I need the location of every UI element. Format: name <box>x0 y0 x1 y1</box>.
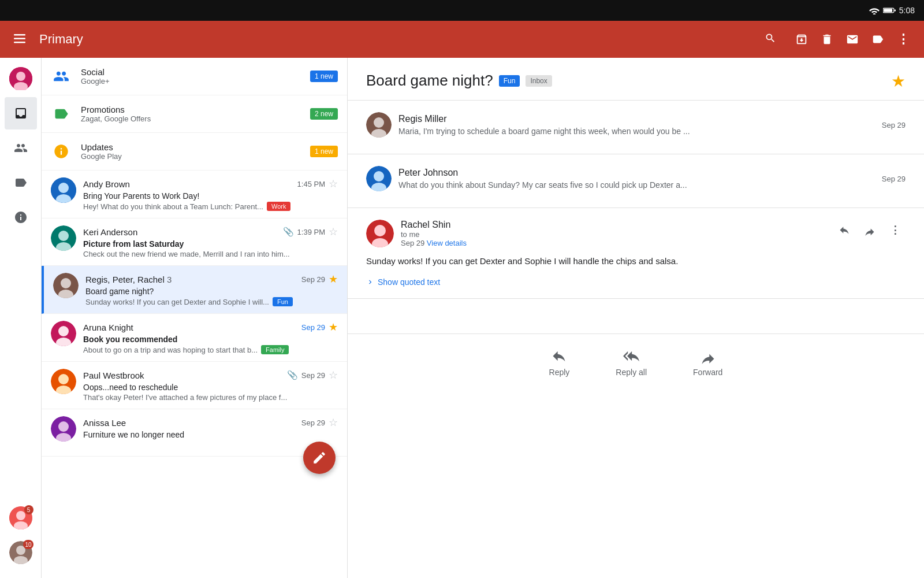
peter-msg-info: Peter Johnson What do you think about Su… <box>398 168 687 190</box>
status-icons: 5:08 <box>869 6 915 15</box>
andy-star[interactable]: ☆ <box>329 177 338 190</box>
aruna-star[interactable]: ★ <box>329 321 338 334</box>
label-button[interactable] <box>866 28 889 51</box>
nav-avatar-badge-5[interactable]: 5 <box>5 502 37 534</box>
email-item-paul[interactable]: Paul Westbrook 📎 Sep 29 ☆ Oops...need to… <box>42 362 347 409</box>
compose-fab[interactable] <box>303 442 336 474</box>
mark-read-button[interactable] <box>841 28 864 51</box>
category-promotions[interactable]: Promotions Zagat, Google Offers 2 new <box>42 95 347 133</box>
regis-msg-date: Sep 29 <box>882 121 906 129</box>
anissa-email-content: Anissa Lee Sep 29 ☆ Furniture we no long… <box>83 416 338 449</box>
thread-message-regis[interactable]: Regis Miller Maria, I'm trying to schedu… <box>348 101 924 154</box>
category-social[interactable]: Social Google+ 1 new <box>42 58 347 95</box>
svg-point-34 <box>374 117 384 128</box>
reply-icon <box>551 348 567 364</box>
updates-info: Updates Google Play <box>81 142 301 161</box>
email-item-aruna[interactable]: Aruna Knight Sep 29 ★ Book you recommend… <box>42 314 347 362</box>
paul-time: Sep 29 <box>301 371 325 380</box>
paul-star[interactable]: ☆ <box>329 369 338 381</box>
email-detail-header: Board game night? Fun Inbox ★ <box>348 58 924 101</box>
email-list-panel: Social Google+ 1 new Promotions Zagat, G… <box>42 58 348 578</box>
email-detail-title: Board game night? Fun Inbox <box>366 72 552 90</box>
aruna-sender: Aruna Knight <box>83 323 133 332</box>
email-item-anissa[interactable]: Anissa Lee Sep 29 ☆ Furniture we no long… <box>42 409 347 457</box>
top-actions: ⋮ <box>790 28 915 51</box>
status-time: 5:08 <box>899 6 915 15</box>
updates-sub: Google Play <box>81 152 301 161</box>
regis-tag: Fun <box>273 297 293 306</box>
thread-message-rachel: Rachel Shin to me Sep 29 View details <box>348 208 924 299</box>
regis-time: Sep 29 <box>301 275 325 284</box>
anissa-avatar <box>51 416 76 442</box>
show-quoted-label: Show quoted text <box>378 277 440 287</box>
keri-sender: Keri Anderson <box>83 227 137 237</box>
social-icon <box>51 66 72 87</box>
detail-tag-inbox: Inbox <box>526 75 552 87</box>
email-item-regis[interactable]: Regis, Peter, Rachel 3 Sep 29 ★ Board ga… <box>42 266 347 314</box>
nav-inbox[interactable] <box>5 97 37 129</box>
keri-avatar <box>51 225 76 251</box>
forward-button[interactable]: Forward <box>693 348 722 377</box>
paul-preview: That's okay Peter! I've attached a few p… <box>83 393 338 402</box>
svg-rect-2 <box>894 9 895 11</box>
social-info: Social Google+ <box>81 67 301 86</box>
regis-msg-avatar <box>366 112 392 138</box>
email-item-andy[interactable]: Andy Brown 1:45 PM ☆ Bring Your Parents … <box>42 171 347 218</box>
peter-msg-avatar <box>366 166 392 191</box>
rachel-reply-icon[interactable] <box>834 220 855 240</box>
detail-subject: Board game night? <box>366 72 493 90</box>
regis-avatar <box>53 273 79 298</box>
reply-bar: Reply Reply all Forward <box>348 334 924 391</box>
nav-info[interactable] <box>5 201 37 234</box>
regis-subject: Board game night? <box>85 287 338 296</box>
search-icon[interactable] <box>760 28 781 51</box>
andy-time: 1:45 PM <box>297 180 325 188</box>
keri-time: 1:39 PM <box>297 228 325 236</box>
svg-point-37 <box>374 171 384 181</box>
peter-msg-preview: What do you think about Sunday? My car s… <box>398 180 687 190</box>
detail-star[interactable]: ★ <box>891 72 906 91</box>
anissa-subject: Furniture we no longer need <box>83 430 338 439</box>
aruna-time: Sep 29 <box>301 323 325 332</box>
peter-msg-date: Sep 29 <box>882 175 906 183</box>
anissa-star[interactable]: ☆ <box>329 416 338 429</box>
rachel-msg-meta: to me Sep 29 View details <box>401 230 467 247</box>
regis-star[interactable]: ★ <box>329 273 338 286</box>
rachel-forward-icon[interactable] <box>859 220 880 240</box>
menu-icon[interactable] <box>9 28 30 51</box>
reply-button[interactable]: Reply <box>549 348 570 377</box>
svg-point-10 <box>16 511 25 520</box>
thread-message-peter[interactable]: Peter Johnson What do you think about Su… <box>348 154 924 208</box>
reply-all-label: Reply all <box>616 368 647 377</box>
top-bar: Primary ⋮ <box>0 21 924 58</box>
reply-all-button[interactable]: Reply all <box>616 348 647 377</box>
andy-preview: Hey! What do you think about a Team Lunc… <box>83 202 338 211</box>
email-detail-panel: Board game night? Fun Inbox ★ Regis Mill… <box>348 58 924 578</box>
promotions-name: Promotions <box>81 105 301 114</box>
rachel-more-icon[interactable]: ⋮ <box>885 220 906 240</box>
user-avatar-nav[interactable] <box>5 62 37 95</box>
andy-sender: Andy Brown <box>83 179 130 189</box>
email-item-keri[interactable]: Keri Anderson 📎 1:39 PM ☆ Picture from l… <box>42 218 347 266</box>
compose-icon <box>312 450 327 465</box>
archive-button[interactable] <box>790 28 813 51</box>
nav-avatar-badge-10[interactable]: 10 <box>5 536 37 569</box>
nav-people[interactable] <box>5 132 37 164</box>
keri-star[interactable]: ☆ <box>329 225 338 238</box>
more-options-button[interactable]: ⋮ <box>892 28 915 51</box>
show-quoted-text-link[interactable]: Show quoted text <box>366 277 906 287</box>
anissa-preview <box>83 440 338 449</box>
battery-icon <box>883 6 896 14</box>
rachel-msg-actions: ⋮ <box>834 220 906 240</box>
aruna-tag: Family <box>261 345 289 354</box>
delete-button[interactable] <box>815 28 839 51</box>
category-updates[interactable]: Updates Google Play 1 new <box>42 133 347 171</box>
rachel-msg-avatar <box>366 220 394 247</box>
nav-labels[interactable] <box>5 166 37 199</box>
svg-point-19 <box>58 231 69 241</box>
regis-msg-info: Regis Miller Maria, I'm trying to schedu… <box>398 114 690 136</box>
view-details-link[interactable]: View details <box>427 239 467 247</box>
regis-preview: Sunday works! If you can get Dexter and … <box>85 297 338 306</box>
svg-point-31 <box>58 421 69 432</box>
regis-msg-preview: Maria, I'm trying to schedule a board ga… <box>398 127 690 136</box>
